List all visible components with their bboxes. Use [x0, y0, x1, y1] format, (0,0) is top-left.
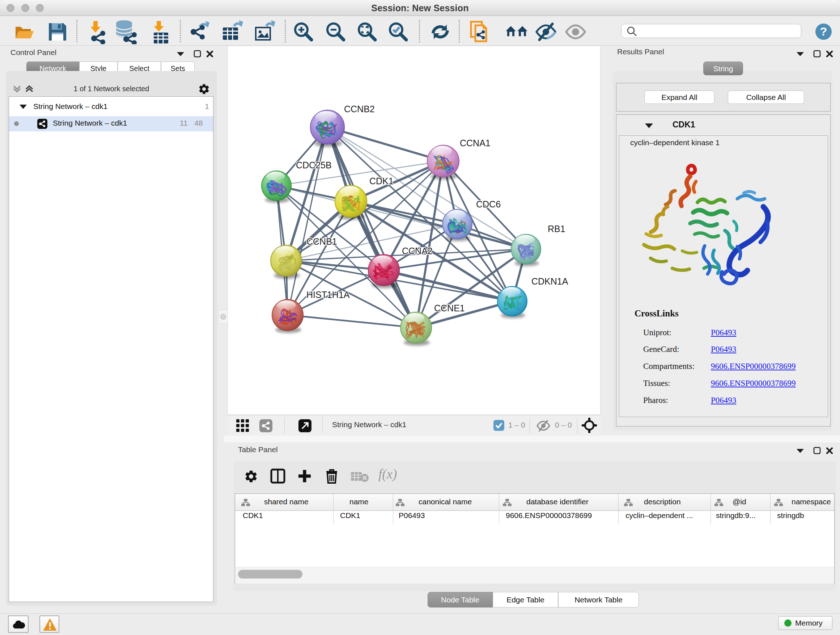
svg-text:RB1: RB1: [548, 224, 565, 234]
svg-text:CCNB2: CCNB2: [344, 104, 375, 114]
svg-text:CDKN1A: CDKN1A: [531, 276, 568, 287]
svg-text:CCNB1: CCNB1: [306, 236, 337, 247]
svg-text:CDC25B: CDC25B: [296, 160, 332, 170]
svg-text:CCNA2: CCNA2: [402, 246, 433, 256]
svg-text:CDK1: CDK1: [369, 176, 393, 186]
svg-text:HIST1H1A: HIST1H1A: [306, 290, 350, 300]
svg-text:CCNE1: CCNE1: [434, 303, 465, 313]
svg-text:CCNA1: CCNA1: [460, 138, 491, 148]
svg-text:CDC6: CDC6: [476, 199, 501, 209]
